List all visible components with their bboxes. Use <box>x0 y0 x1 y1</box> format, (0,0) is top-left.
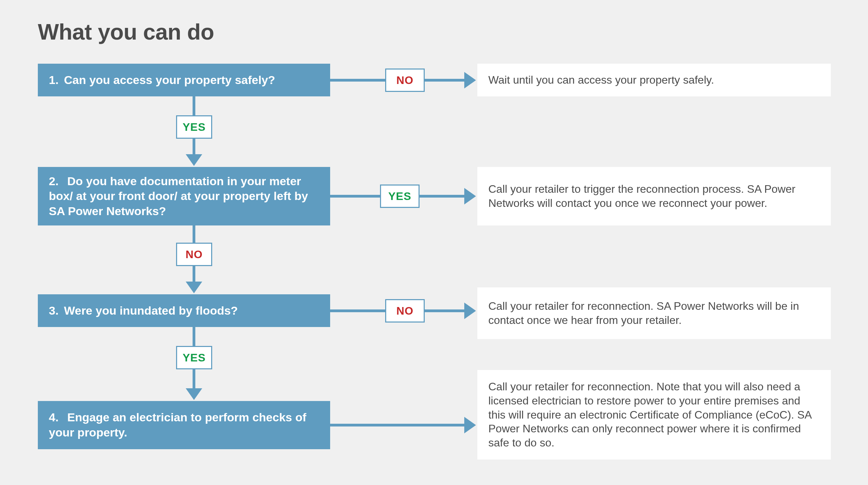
page-title: What you can do <box>38 19 214 45</box>
question-2: 2. Do you have documentation in your met… <box>38 167 330 225</box>
question-2-text: Do you have documentation in your meter … <box>49 175 308 218</box>
connector-line <box>425 79 465 82</box>
connector-line <box>330 79 385 82</box>
arrow-down-icon <box>186 154 202 166</box>
connector-line <box>193 266 195 283</box>
question-1-text: Can you access your property safely? <box>64 73 275 88</box>
connector-line <box>193 225 195 244</box>
decision-q2-yes: YES <box>380 184 420 208</box>
action-4-number: 4. <box>49 410 62 425</box>
connector-line <box>420 195 465 198</box>
arrow-right-icon <box>464 303 476 319</box>
outcome-2: Call your retailer to trigger the reconn… <box>477 167 831 225</box>
decision-q3-no: NO <box>385 299 425 323</box>
decision-q1-yes: YES <box>176 115 212 139</box>
outcome-3: Call your retailer for reconnection. SA … <box>477 287 831 339</box>
outcome-1: Wait until you can access your property … <box>477 64 831 96</box>
decision-q2-no: NO <box>176 243 212 266</box>
arrow-down-icon <box>186 282 202 293</box>
question-2-number: 2. <box>49 174 62 189</box>
action-4: 4. Engage an electrician to perform chec… <box>38 401 330 449</box>
connector-line <box>193 96 195 116</box>
action-4-text: Engage an electrician to perform checks … <box>49 411 306 439</box>
connector-line <box>193 139 195 155</box>
arrow-right-icon <box>464 188 476 204</box>
arrow-down-icon <box>186 388 202 400</box>
connector-line <box>193 327 195 347</box>
connector-line <box>330 424 466 426</box>
flowchart: What you can do 1. Can you access your p… <box>0 0 868 485</box>
arrow-right-icon <box>464 72 476 88</box>
connector-line <box>330 309 385 312</box>
question-1-number: 1. <box>49 73 62 88</box>
connector-line <box>193 369 195 389</box>
decision-q1-no: NO <box>385 68 425 92</box>
arrow-right-icon <box>464 417 476 433</box>
question-3-text: Were you inundated by floods? <box>64 303 238 318</box>
question-3-number: 3. <box>49 303 62 318</box>
connector-line <box>425 309 465 312</box>
question-3: 3. Were you inundated by floods? <box>38 294 330 327</box>
decision-q3-yes: YES <box>176 346 212 369</box>
outcome-4: Call your retailer for reconnection. Not… <box>477 370 831 460</box>
question-1: 1. Can you access your property safely? <box>38 64 330 96</box>
connector-line <box>330 195 380 198</box>
